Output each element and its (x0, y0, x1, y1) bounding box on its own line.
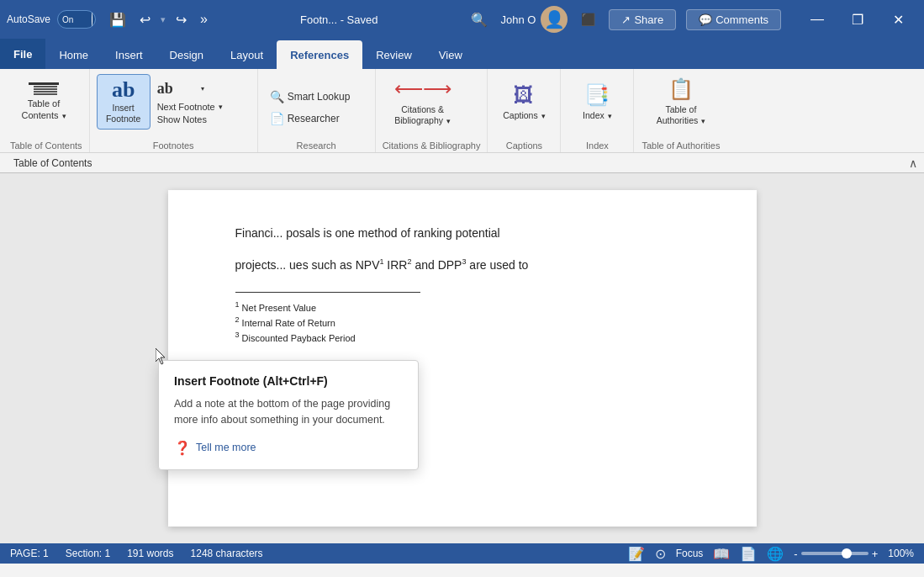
footnote-right-group: ab ▾ Next Footnote ▾ Show Notes (154, 77, 226, 125)
close-button[interactable]: ✕ (879, 0, 917, 39)
tab-layout[interactable]: Layout (217, 40, 277, 69)
more-commands-icon[interactable]: » (197, 10, 211, 29)
captions-label: Captions ▾ (503, 110, 545, 121)
next-footnote-label: Next Footnote (157, 102, 215, 112)
insert-endnote-button[interactable]: ab ▾ (154, 77, 208, 100)
ribbon: Table ofContents ▾ Table of Contents ab … (0, 69, 924, 153)
autosave-toggle[interactable]: On (57, 10, 96, 29)
undo-arrow: ▾ (161, 14, 166, 25)
researcher-label: Researcher (288, 113, 340, 124)
minimize-button[interactable]: — (798, 0, 837, 39)
tab-insert[interactable]: Insert (102, 40, 156, 69)
index-label: Index ▾ (583, 110, 612, 121)
tab-file[interactable]: File (0, 39, 45, 69)
zoom-in-icon[interactable]: + (872, 548, 879, 560)
citations-group-label: Citations & Bibliography (383, 140, 481, 152)
toc-group-label: Table of Contents (10, 140, 82, 152)
citations-icon: ⟵⟶ (394, 77, 451, 101)
insert-footnote-button[interactable]: ab InsertFootnote (97, 74, 150, 130)
toc-label: Table ofContents ▾ (21, 98, 66, 120)
citations-bibliography-button[interactable]: ⟵⟶ Citations &Bibliography ▾ (383, 74, 463, 130)
toggle-knob (92, 13, 92, 26)
ribbon-group-footnotes: ab InsertFootnote ab ▾ Next Footnote ▾ S… (90, 69, 258, 152)
tab-review[interactable]: Review (362, 40, 425, 69)
tab-references[interactable]: References (277, 40, 362, 69)
undo-icon[interactable]: ↩ (136, 10, 154, 29)
authorities-group-label: Table of Authorities (641, 140, 721, 152)
captions-buttons: 🖼 Captions ▾ (494, 74, 553, 140)
print-layout-icon[interactable]: 📄 (740, 546, 757, 562)
zoom-knob (842, 548, 852, 558)
footnote-2: 2 Internal Rate of Return (235, 315, 689, 330)
read-mode-icon[interactable]: 📖 (713, 546, 730, 562)
footnotes-buttons: ab InsertFootnote ab ▾ Next Footnote ▾ S… (97, 74, 226, 140)
track-changes-icon[interactable]: 📝 (628, 546, 645, 562)
ribbon-group-index: 📑 Index ▾ Index (561, 69, 634, 152)
next-footnote-button[interactable]: Next Footnote ▾ (154, 101, 226, 113)
tab-home[interactable]: Home (45, 40, 102, 69)
search-icon[interactable]: 🔍 (467, 10, 491, 29)
share-icon: ↗ (621, 13, 631, 26)
ribbon-group-captions: 🖼 Captions ▾ Captions (488, 69, 561, 152)
status-right: 📝 ⊙ Focus 📖 📄 🌐 - + 100% (628, 546, 914, 562)
table-of-contents-button[interactable]: Table ofContents ▾ (10, 74, 77, 130)
index-icon: 📑 (584, 83, 610, 107)
captions-icon: 🖼 (514, 83, 534, 107)
collapse-ribbon-button[interactable]: ∧ (909, 156, 917, 170)
smart-lookup-button[interactable]: 🔍 Smart Lookup (265, 87, 356, 107)
status-chars: 1248 characters (191, 548, 263, 559)
footnote-icon: ab (112, 79, 135, 101)
toggle-on-text: On (62, 15, 73, 24)
table-of-authorities-button[interactable]: 📋 Table ofAuthorities ▾ (641, 74, 721, 130)
footnote-1: 1 Net Present Value (235, 299, 689, 315)
autosave-label: AutoSave (7, 13, 50, 25)
show-notes-button[interactable]: Show Notes (154, 114, 226, 125)
insert-footnote-tooltip: Insert Footnote (Alt+Ctrl+F) Add a note … (158, 360, 419, 470)
below-ribbon-bar: Table of Contents ∧ (0, 153, 924, 173)
footnote-separator (235, 292, 420, 293)
comments-button[interactable]: 💬 Comments (686, 9, 781, 30)
toc-icon (29, 82, 59, 95)
zoom-level[interactable]: 100% (888, 548, 914, 559)
window-controls: — ❐ ✕ (798, 0, 917, 39)
tab-design[interactable]: Design (156, 40, 217, 69)
footnote-3: 3 Discounted Payback Period (235, 330, 689, 345)
index-button[interactable]: 📑 Index ▾ (568, 74, 626, 130)
document-area: Financi... posals is one method of ranki… (0, 173, 924, 543)
tell-me-more-link[interactable]: ❓ Tell me more (174, 440, 403, 456)
redo-icon[interactable]: ↪ (172, 10, 190, 29)
title-bar-left: AutoSave On 💾 ↩ ▾ ↪ » (7, 10, 211, 29)
index-group-label: Index (568, 140, 626, 152)
show-notes-label: Show Notes (157, 114, 207, 124)
research-buttons: 🔍 Smart Lookup 📄 Researcher (265, 74, 356, 140)
zoom-slider[interactable] (801, 552, 869, 555)
document-title: Footn... - Saved (211, 13, 467, 26)
captions-group-label: Captions (494, 140, 553, 152)
tooltip-body: Add a note at the bottom of the page pro… (174, 396, 403, 428)
web-layout-icon[interactable]: 🌐 (767, 546, 784, 562)
doc-paragraph-2: projects... ues such as NPV1 IRR2 and DP… (235, 256, 689, 274)
user-info: John O 👤 (501, 6, 568, 33)
share-button[interactable]: ↗ Share (609, 9, 676, 30)
title-bar-icons: 💾 ↩ ▾ ↪ » (106, 10, 211, 29)
researcher-button[interactable]: 📄 Researcher (265, 109, 345, 129)
toc-buttons: Table ofContents ▾ (10, 74, 77, 140)
tab-view[interactable]: View (425, 40, 476, 69)
ribbon-group-authorities: 📋 Table ofAuthorities ▾ Table of Authori… (634, 69, 727, 152)
zoom-out-icon[interactable]: - (794, 548, 797, 560)
ribbon-group-citations: ⟵⟶ Citations &Bibliography ▾ Citations &… (376, 69, 488, 152)
maximize-button[interactable]: ❐ (838, 0, 877, 39)
below-ribbon-toc[interactable]: Table of Contents (7, 157, 98, 169)
focus-label[interactable]: Focus (676, 548, 704, 559)
focus-icon[interactable]: ⊙ (655, 546, 666, 562)
tab-bar: File Home Insert Design Layout Reference… (0, 39, 924, 69)
title-bar: AutoSave On 💾 ↩ ▾ ↪ » Footn... - Saved 🔍… (0, 0, 924, 39)
citations-label: Citations &Bibliography ▾ (394, 104, 451, 125)
ribbon-group-toc: Table ofContents ▾ Table of Contents (3, 69, 90, 152)
ribbon-display-icon[interactable]: ⬛ (578, 11, 599, 28)
captions-button[interactable]: 🖼 Captions ▾ (494, 74, 553, 130)
save-icon[interactable]: 💾 (106, 10, 129, 29)
title-bar-right: 🔍 John O 👤 ⬛ ↗ Share 💬 Comments — ❐ ✕ (467, 0, 917, 39)
mouse-cursor (156, 348, 167, 365)
smart-lookup-label: Smart Lookup (288, 91, 351, 103)
